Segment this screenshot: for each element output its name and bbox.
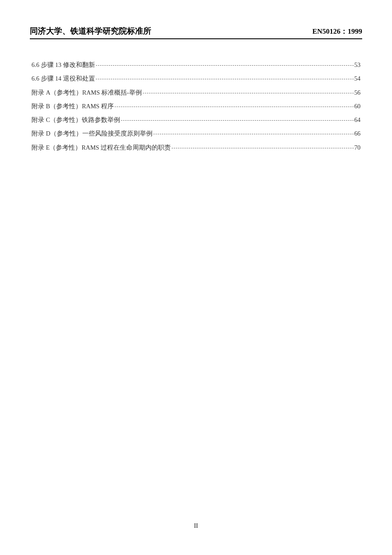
- toc-label: 6.6 步骤 14 退役和处置: [32, 74, 95, 83]
- header-left-title: 同济大学、铁道科学研究院标准所: [30, 26, 151, 37]
- toc-page-number: 64: [355, 116, 361, 124]
- footer-page-number: II: [0, 523, 392, 529]
- toc-label: 附录 A（参考性）RAMS 标准概括-举例: [32, 88, 142, 97]
- toc-page-number: 54: [355, 74, 361, 83]
- toc-leader-dots: [121, 120, 353, 121]
- toc-entry: 附录 B（参考性）RAMS 程序 60: [32, 102, 360, 110]
- toc-entry: 附录 D（参考性）一些风险接受度原则举例 66: [32, 129, 360, 138]
- toc-leader-dots: [115, 107, 353, 107]
- page-header: 同济大学、铁道科学研究院标准所 EN50126：1999: [30, 26, 362, 39]
- table-of-contents: 6.6 步骤 13 修改和翻新 53 6.6 步骤 14 退役和处置 54 附录…: [30, 61, 362, 152]
- toc-label: 附录 D（参考性）一些风险接受度原则举例: [32, 129, 153, 138]
- toc-page-number: 53: [355, 61, 361, 69]
- toc-entry: 6.6 步骤 13 修改和翻新 53: [32, 61, 360, 69]
- document-page: 同济大学、铁道科学研究院标准所 EN50126：1999 6.6 步骤 13 修…: [0, 0, 392, 152]
- toc-label: 附录 B（参考性）RAMS 程序: [32, 102, 114, 110]
- toc-label: 附录 C（参考性）铁路参数举例: [32, 116, 120, 124]
- toc-leader-dots: [96, 65, 354, 66]
- toc-page-number: 56: [355, 88, 361, 97]
- toc-leader-dots: [153, 134, 353, 134]
- toc-leader-dots: [96, 79, 354, 79]
- toc-label: 附录 E（参考性）RAMS 过程在生命周期内的职责: [32, 143, 171, 152]
- toc-page-number: 60: [355, 102, 361, 110]
- toc-label: 6.6 步骤 13 修改和翻新: [32, 61, 95, 69]
- toc-page-number: 66: [355, 129, 361, 138]
- toc-page-number: 70: [355, 143, 361, 152]
- toc-leader-dots: [143, 93, 354, 93]
- toc-entry: 附录 E（参考性）RAMS 过程在生命周期内的职责 70: [32, 143, 360, 152]
- toc-entry: 6.6 步骤 14 退役和处置 54: [32, 74, 360, 83]
- toc-leader-dots: [172, 148, 353, 148]
- toc-entry: 附录 C（参考性）铁路参数举例 64: [32, 116, 360, 124]
- toc-entry: 附录 A（参考性）RAMS 标准概括-举例 56: [32, 88, 360, 97]
- header-right-code: EN50126：1999: [312, 26, 362, 36]
